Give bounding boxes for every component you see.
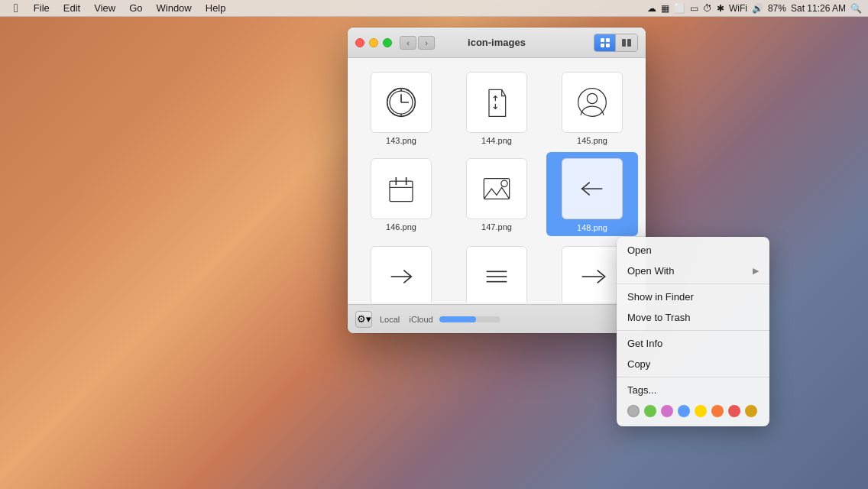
- volume-icon: 🔊: [752, 3, 763, 14]
- svg-rect-2: [601, 44, 604, 47]
- file-item-149[interactable]: 149.png: [355, 240, 447, 303]
- tag-green[interactable]: [644, 405, 656, 417]
- ctx-get-info[interactable]: Get Info: [617, 333, 769, 354]
- tag-orange[interactable]: [711, 405, 724, 417]
- window-title: icon-images: [468, 37, 526, 48]
- ctx-open[interactable]: Open: [617, 240, 769, 261]
- ctx-separator-2: [617, 330, 769, 331]
- finder-statusbar: ⚙▾ Local iCloud: [348, 304, 646, 333]
- submenu-arrow: ▶: [753, 266, 759, 276]
- file-icon-143: [371, 72, 432, 133]
- ctx-open-with[interactable]: Open With ▶: [617, 261, 769, 281]
- ctx-copy[interactable]: Copy: [617, 354, 769, 374]
- menu-view[interactable]: View: [88, 2, 121, 15]
- menu-edit[interactable]: Edit: [57, 2, 86, 15]
- view-buttons: [594, 34, 638, 52]
- file-icon-145: [562, 72, 623, 133]
- ctx-tags[interactable]: Tags...: [617, 380, 769, 400]
- forward-button[interactable]: ›: [418, 36, 435, 50]
- clock: Sat 11:26 AM: [791, 3, 846, 14]
- file-item-144[interactable]: 144.png: [451, 66, 542, 148]
- bluetooth-icon: ✱: [717, 3, 724, 14]
- menu-go[interactable]: Go: [123, 2, 148, 15]
- svg-rect-3: [606, 44, 610, 47]
- file-icon-150: [466, 246, 527, 303]
- traffic-lights: [355, 38, 392, 47]
- icloud-label: iCloud: [410, 315, 433, 324]
- file-icon-149: [371, 246, 432, 303]
- storage-bar-container: [439, 316, 500, 322]
- svg-rect-14: [390, 181, 413, 202]
- svg-rect-0: [601, 38, 604, 42]
- minimize-button[interactable]: [369, 38, 378, 47]
- gear-button[interactable]: ⚙▾: [355, 311, 372, 328]
- svg-point-19: [501, 180, 507, 186]
- file-name-145: 145.png: [577, 136, 607, 145]
- file-name-147: 147.png: [481, 222, 512, 232]
- wifi-icon: WiFi: [729, 3, 747, 14]
- storage-bar: [439, 316, 500, 322]
- ctx-show-in-finder[interactable]: Show in Finder: [617, 287, 769, 307]
- svg-rect-1: [606, 38, 610, 42]
- spotlight-icon[interactable]: 🔍: [850, 3, 862, 14]
- file-item-147[interactable]: 147.png: [451, 152, 542, 236]
- file-item-148[interactable]: 148.png: [546, 152, 638, 236]
- nav-buttons: ‹ ›: [400, 36, 435, 50]
- local-label: Local: [380, 315, 400, 324]
- file-icon-146: [371, 158, 432, 219]
- menubar:  File Edit View Go Window Help ☁ ▦ ⬜ ▭ …: [0, 0, 868, 17]
- tags-color-row: [617, 400, 769, 423]
- file-item-143[interactable]: 143.png: [355, 66, 447, 148]
- finder-window: ‹ › icon-images: [348, 28, 646, 333]
- grid-view-button[interactable]: [594, 34, 616, 51]
- svg-point-12: [578, 89, 607, 117]
- airplay-icon: ⬜: [674, 3, 685, 14]
- file-name-146: 146.png: [386, 222, 416, 232]
- tag-brown[interactable]: [745, 405, 757, 417]
- apple-menu[interactable]: : [6, 2, 26, 15]
- storage-bar-fill: [439, 316, 476, 322]
- ctx-move-to-trash[interactable]: Move to Trash: [617, 307, 769, 328]
- svg-rect-4: [622, 39, 626, 47]
- close-button[interactable]: [355, 38, 364, 47]
- ctx-separator-1: [617, 283, 769, 284]
- cloud-icon: ☁: [647, 3, 656, 14]
- grid-icon: ▦: [661, 3, 669, 14]
- file-icon-144: [466, 72, 527, 133]
- tag-red[interactable]: [728, 405, 740, 417]
- file-item-145[interactable]: 145.png: [546, 66, 638, 148]
- tag-blue[interactable]: [678, 405, 690, 417]
- ctx-separator-3: [617, 377, 769, 377]
- finder-titlebar: ‹ › icon-images: [348, 28, 646, 58]
- finder-content: 143.png 144.png: [348, 58, 646, 303]
- menu-help[interactable]: Help: [199, 2, 232, 15]
- svg-point-13: [587, 93, 597, 103]
- maximize-button[interactable]: [383, 38, 392, 47]
- storage-labels: Local iCloud: [380, 315, 433, 324]
- desktop:  File Edit View Go Window Help ☁ ▦ ⬜ ▭ …: [0, 0, 868, 489]
- menu-file[interactable]: File: [28, 2, 56, 15]
- file-icon-147: [466, 158, 527, 219]
- battery-icon: ▭: [690, 3, 698, 14]
- file-item-150[interactable]: 150.png: [451, 240, 542, 303]
- time-machine-icon: ⏱: [703, 3, 712, 14]
- svg-rect-5: [627, 39, 631, 47]
- context-menu: Open Open With ▶ Show in Finder Move to …: [617, 237, 769, 426]
- file-icon-148: [562, 158, 623, 219]
- file-name-148: 148.png: [572, 222, 612, 233]
- back-button[interactable]: ‹: [400, 36, 416, 50]
- tag-yellow[interactable]: [695, 405, 707, 417]
- list-view-button[interactable]: [616, 34, 637, 51]
- tag-gray[interactable]: [627, 405, 640, 417]
- file-name-144: 144.png: [481, 136, 512, 145]
- file-icon-151: [562, 246, 623, 303]
- battery-level: 87%: [768, 3, 786, 14]
- file-item-146[interactable]: 146.png: [355, 152, 447, 236]
- menu-window[interactable]: Window: [151, 2, 198, 15]
- file-name-143: 143.png: [386, 136, 416, 145]
- tag-purple[interactable]: [661, 405, 673, 417]
